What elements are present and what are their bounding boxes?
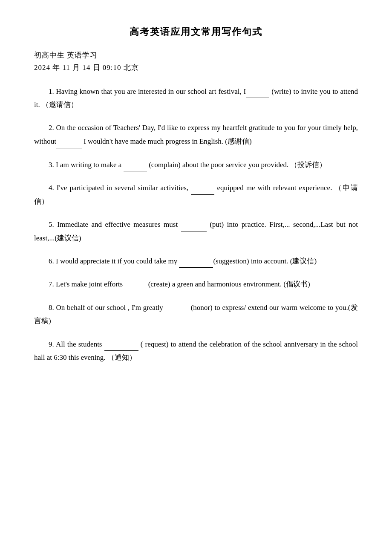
- list-item: 4. I've participated in several similar …: [34, 181, 358, 208]
- fill-blank-9: [104, 337, 138, 351]
- fill-blank-6: [179, 254, 213, 268]
- fill-blank-7: [124, 277, 148, 291]
- page-title: 高考英语应用文常用写作句式: [34, 26, 358, 38]
- list-item: 1. Having known that you are interested …: [34, 84, 358, 112]
- list-item: 8. On behalf of our school , I'm greatly…: [34, 301, 358, 328]
- list-item: 9. All the students ( request) to attend…: [34, 337, 358, 364]
- list-item: 3. I am writing to make a (complain) abo…: [34, 158, 358, 171]
- fill-blank-5: [181, 217, 207, 231]
- list-item: 7. Let's make joint efforts (create) a g…: [34, 277, 358, 291]
- fill-blank-3: [124, 158, 147, 171]
- fill-blank-2: [56, 134, 82, 148]
- fill-blank-8: [165, 301, 191, 314]
- fill-blank-1: [246, 84, 269, 98]
- items-container: 1. Having known that you are interested …: [34, 84, 358, 364]
- meta-date: 2024 年 11 月 14 日 09:10 北京: [34, 63, 358, 72]
- fill-blank-4: [191, 181, 214, 194]
- list-item: 5. Immediate and effective measures must…: [34, 217, 358, 245]
- list-item: 6. I would appreciate it if you could ta…: [34, 254, 358, 268]
- list-item: 2. On the occasion of Teachers' Day, I'd…: [34, 121, 358, 148]
- meta-subject: 初高中生 英语学习: [34, 50, 358, 60]
